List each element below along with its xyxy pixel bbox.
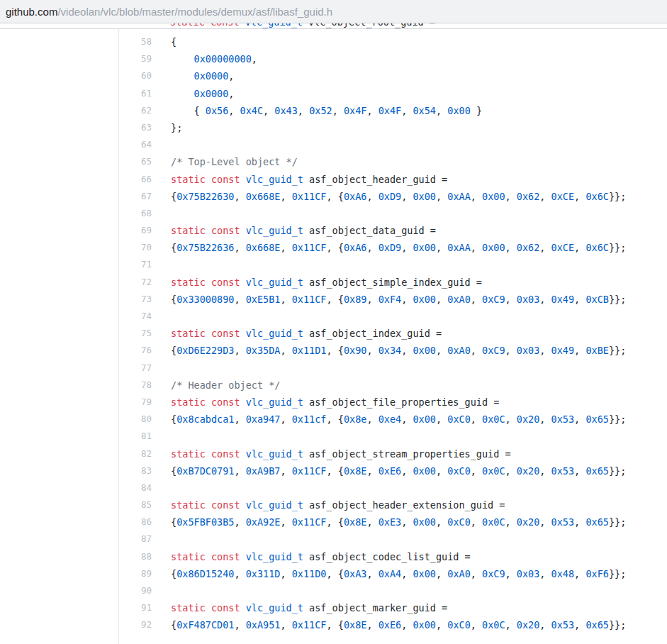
code-line: 0x00000000, bbox=[159, 50, 257, 67]
line-number[interactable]: 77 bbox=[119, 360, 159, 377]
code-line bbox=[159, 479, 171, 496]
code-row: 58{ bbox=[119, 33, 667, 50]
code-line bbox=[159, 256, 171, 273]
code-line: {0x8cabdca1, 0xa947, 0x11cf, {0x8e, 0xe4… bbox=[159, 411, 626, 428]
line-number[interactable]: 90 bbox=[119, 582, 159, 599]
line-number[interactable]: 75 bbox=[119, 325, 159, 342]
line-number[interactable]: 76 bbox=[119, 342, 159, 359]
code-row: 81 bbox=[119, 428, 667, 445]
line-number[interactable]: 72 bbox=[119, 274, 159, 291]
code-row: 82static const vlc_guid_t asf_object_str… bbox=[119, 445, 667, 462]
code-row: 86{0x5FBF03B5, 0xA92E, 0x11CF, {0x8E, 0x… bbox=[119, 513, 667, 531]
url-host: github.com bbox=[6, 6, 57, 18]
line-number[interactable]: 88 bbox=[119, 548, 159, 565]
code-line: static const vlc_guid_t asf_object_marke… bbox=[159, 599, 447, 616]
line-number[interactable]: 70 bbox=[119, 239, 159, 256]
line-number[interactable]: 80 bbox=[119, 411, 159, 428]
code-row: 70{0x75B22636, 0x668E, 0x11CF, {0xA6, 0x… bbox=[119, 239, 667, 256]
line-number[interactable]: 65 bbox=[119, 153, 159, 170]
code-row: 88static const vlc_guid_t asf_object_cod… bbox=[119, 548, 667, 565]
line-number[interactable]: 92 bbox=[119, 616, 159, 633]
code-line: { 0x56, 0x4C, 0x43, 0x52, 0x4F, 0x4F, 0x… bbox=[159, 102, 482, 119]
line-number[interactable]: 64 bbox=[119, 136, 159, 153]
code-row: 59 0x00000000, bbox=[119, 50, 667, 67]
code-line bbox=[159, 582, 171, 599]
line-number[interactable]: 71 bbox=[119, 256, 159, 273]
code-row: 64 bbox=[119, 136, 667, 153]
code-line: static const vlc_guid_t asf_object_data_… bbox=[159, 222, 436, 239]
line-number[interactable]: 89 bbox=[119, 565, 159, 582]
code-row: 76{0xD6E229D3, 0x35DA, 0x11D1, {0x90, 0x… bbox=[119, 342, 667, 359]
page-content: 58{59 0x00000000,60 0x0000,61 0x0000,62 … bbox=[0, 29, 667, 644]
line-number[interactable]: 59 bbox=[119, 50, 159, 67]
line-number[interactable]: 73 bbox=[119, 291, 159, 308]
code-line: static const vlc_guid_t asf_object_strea… bbox=[159, 445, 511, 462]
line-number[interactable]: 69 bbox=[119, 222, 159, 239]
code-row: 89{0x86D15240, 0x311D, 0x11D0, {0xA3, 0x… bbox=[119, 565, 667, 582]
code-row: 61 0x0000, bbox=[119, 85, 667, 102]
partial-code-line: static const vlc_guid_t vlc_object_root_… bbox=[170, 23, 435, 28]
browser-address-bar[interactable]: github.com/videolan/vlc/blob/master/modu… bbox=[0, 0, 667, 23]
line-number[interactable]: 61 bbox=[119, 85, 159, 102]
code-row: 79static const vlc_guid_t asf_object_fil… bbox=[119, 394, 667, 411]
line-number[interactable]: 81 bbox=[119, 428, 159, 445]
code-row: 91static const vlc_guid_t asf_object_mar… bbox=[119, 599, 667, 616]
code-row: 63}; bbox=[119, 119, 667, 136]
code-line bbox=[159, 136, 171, 153]
code-line: /* Top-Level object */ bbox=[159, 153, 298, 170]
line-number[interactable]: 62 bbox=[119, 102, 159, 119]
line-number[interactable]: 68 bbox=[119, 205, 159, 222]
code-line: { bbox=[159, 33, 176, 50]
code-line: /* Header object */ bbox=[159, 377, 280, 394]
line-number[interactable]: 87 bbox=[119, 531, 159, 548]
code-line bbox=[159, 531, 171, 548]
partial-line-strip: static const vlc_guid_t vlc_object_root_… bbox=[0, 23, 667, 28]
code-line: {0x75B22636, 0x668E, 0x11CF, {0xA6, 0xD9… bbox=[159, 239, 626, 256]
line-number[interactable]: 83 bbox=[119, 462, 159, 479]
code-row: 67{0x75B22630, 0x668E, 0x11CF, {0xA6, 0x… bbox=[119, 188, 667, 205]
code-row: 73{0x33000890, 0xE5B1, 0x11CF, {0x89, 0x… bbox=[119, 291, 667, 308]
code-line: static const vlc_guid_t asf_object_codec… bbox=[159, 548, 471, 565]
left-page-margin bbox=[0, 29, 119, 644]
line-number[interactable]: 74 bbox=[119, 308, 159, 325]
code-row: 83{0xB7DC0791, 0xA9B7, 0x11CF, {0x8E, 0x… bbox=[119, 462, 667, 479]
code-line: 0x0000, bbox=[159, 85, 234, 102]
line-number[interactable]: 78 bbox=[119, 377, 159, 394]
code-line bbox=[159, 428, 171, 445]
line-number[interactable]: 84 bbox=[119, 479, 159, 496]
url-path: /videolan/vlc/blob/master/modules/demux/… bbox=[57, 6, 332, 18]
code-line: {0x75B22630, 0x668E, 0x11CF, {0xA6, 0xD9… bbox=[159, 188, 626, 205]
line-number[interactable]: 58 bbox=[119, 33, 159, 50]
line-number[interactable]: 86 bbox=[119, 513, 159, 531]
code-line: 0x0000, bbox=[159, 67, 234, 84]
code-line: {0xB7DC0791, 0xA9B7, 0x11CF, {0x8E, 0xE6… bbox=[159, 462, 626, 479]
code-line bbox=[159, 308, 171, 325]
code-row: 62 { 0x56, 0x4C, 0x43, 0x52, 0x4F, 0x4F,… bbox=[119, 102, 667, 119]
code-line: static const vlc_guid_t asf_object_heade… bbox=[159, 496, 505, 513]
code-row: 92{0xF487CD01, 0xA951, 0x11CF, {0x8E, 0x… bbox=[119, 616, 667, 633]
code-row: 74 bbox=[119, 308, 667, 325]
code-row: 87 bbox=[119, 531, 667, 548]
code-row: 78/* Header object */ bbox=[119, 377, 667, 394]
code-row: 68 bbox=[119, 205, 667, 222]
code-row: 80{0x8cabdca1, 0xa947, 0x11cf, {0x8e, 0x… bbox=[119, 411, 667, 428]
line-number[interactable]: 67 bbox=[119, 188, 159, 205]
code-line: static const vlc_guid_t asf_object_file_… bbox=[159, 394, 499, 411]
code-row: 72static const vlc_guid_t asf_object_sim… bbox=[119, 274, 667, 291]
code-line bbox=[159, 205, 171, 222]
line-number[interactable]: 79 bbox=[119, 394, 159, 411]
line-number[interactable]: 91 bbox=[119, 599, 159, 616]
line-number[interactable]: 85 bbox=[119, 496, 159, 513]
code-row: 60 0x0000, bbox=[119, 67, 667, 84]
code-rows: 58{59 0x00000000,60 0x0000,61 0x0000,62 … bbox=[119, 33, 667, 634]
code-line: static const vlc_guid_t asf_object_simpl… bbox=[159, 274, 482, 291]
code-line bbox=[159, 360, 171, 377]
line-number[interactable]: 66 bbox=[119, 171, 159, 188]
line-number[interactable]: 60 bbox=[119, 67, 159, 84]
code-line: {0xD6E229D3, 0x35DA, 0x11D1, {0x90, 0x34… bbox=[159, 342, 626, 359]
line-number[interactable]: 63 bbox=[119, 119, 159, 136]
code-line: {0x86D15240, 0x311D, 0x11D0, {0xA3, 0xA4… bbox=[159, 565, 626, 582]
code-line: }; bbox=[159, 119, 182, 136]
code-row: 85static const vlc_guid_t asf_object_hea… bbox=[119, 496, 667, 513]
line-number[interactable]: 82 bbox=[119, 445, 159, 462]
